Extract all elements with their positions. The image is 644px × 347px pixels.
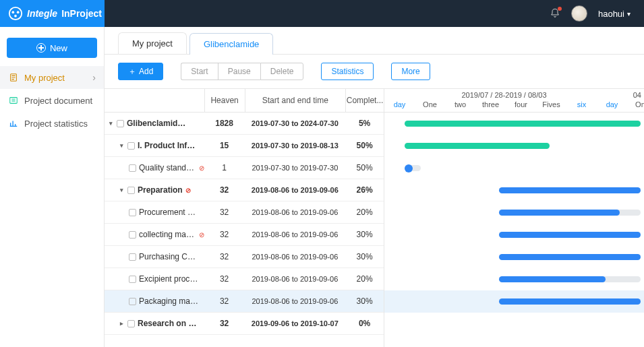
cell-dates: 2019-07-30 to 2019-08-13 [245,135,346,156]
new-button[interactable]: New [7,38,97,58]
row-checkbox[interactable] [127,320,135,327]
sidebar: New My project › Project document Projec… [0,27,105,347]
gantt-bar[interactable] [499,232,641,238]
table-row[interactable]: ▾I. Product Information S...152019-07-30… [105,135,384,157]
gantt-row [384,113,644,135]
cell-complete: 5% [345,113,384,134]
table-row[interactable]: Purchasing Columns a...322019-08-06 to 2… [105,246,384,268]
tab-glibenclamide[interactable]: Glibenclamide [189,33,273,55]
row-checkbox[interactable] [129,164,136,172]
tabs: My project Glibenclamide [105,27,644,55]
add-button[interactable]: ＋ Add [118,63,163,80]
cell-dates: 2019-07-30 to 2019-07-30 [245,157,346,179]
more-button[interactable]: More [391,63,430,80]
cell-heaven: 32 [204,290,245,312]
row-checkbox[interactable] [127,187,135,194]
gantt-bar[interactable] [405,143,550,149]
table-row[interactable]: ▸Research on prescriptio...322019-09-06 … [105,313,384,335]
table-header: Heaven Start and end time Complet... [105,88,384,113]
gantt-row [384,290,644,313]
task-name: Purchasing Columns a... [139,252,200,261]
cell-dates: 2019-08-06 to 2019-09-06 [245,179,346,201]
gantt-day-cell: Fives [536,100,566,112]
expand-icon[interactable]: ▾ [118,187,125,193]
cell-heaven: 1 [204,157,245,179]
task-name: Packaging materials pr... [139,296,200,306]
cell-heaven: 32 [204,246,245,267]
cell-dates: 2019-08-06 to 2019-09-06 [245,224,346,245]
delete-button[interactable]: Delete [260,63,304,80]
cell-dates: 2019-08-06 to 2019-09-06 [245,268,346,290]
gantt-bar[interactable] [499,187,641,193]
cell-complete: 30% [345,290,384,312]
expand-icon[interactable]: ▸ [118,320,125,327]
gantt-row [384,179,644,201]
table-row[interactable]: Packaging materials pr...322019-08-06 to… [105,290,384,313]
row-checkbox[interactable] [129,276,136,283]
task-name: Research on prescriptio... [138,319,198,328]
table-row[interactable]: ▾Glibenclamide-a hypoglyc...18282019-07-… [105,113,384,135]
cell-complete: 26% [345,179,384,201]
th-name [105,89,204,112]
action-button-group: Start Pause Delete [181,63,303,80]
row-checkbox[interactable] [129,298,136,305]
sidebar-item-project-document[interactable]: Project document [0,89,104,112]
plus-icon: ＋ [128,66,136,77]
sidebar-item-project-statistics[interactable]: Project statistics [0,112,104,135]
gantt-day-cell: three [475,100,506,112]
brand-name: Integle [27,8,57,19]
plus-circle-icon [36,43,46,53]
th-dates: Start and end time [245,89,346,112]
row-checkbox[interactable] [129,231,136,239]
gantt-row [384,135,644,157]
add-button-label: Add [139,67,153,76]
svg-rect-5 [10,98,18,104]
brand[interactable]: Integle InProject [0,0,105,27]
gantt-bar[interactable] [499,210,641,216]
avatar[interactable] [571,5,587,22]
task-name: Quality standard [139,163,196,172]
gantt-row [384,268,644,290]
expand-icon[interactable]: ▾ [118,142,125,149]
gantt-row [384,313,644,335]
warning-icon: ⊘ [199,164,204,172]
cell-complete: 0% [345,313,384,334]
table-row[interactable]: collecting materials⊘322019-08-06 to 201… [105,224,384,246]
cell-dates: 2019-09-06 to 2019-10-07 [245,313,346,334]
gantt-bar[interactable] [405,121,641,127]
gantt-bar[interactable] [499,276,641,282]
row-checkbox[interactable] [117,120,124,127]
warning-icon: ⊘ [185,187,191,194]
chart-icon [8,118,19,129]
document-icon [8,72,19,83]
start-button[interactable]: Start [181,63,217,80]
gantt-bar[interactable] [499,254,641,260]
table-row[interactable]: ▾Preparation⊘322019-08-06 to 2019-09-062… [105,179,384,201]
row-checkbox[interactable] [129,253,136,261]
table-row[interactable]: Excipient procurement...322019-08-06 to … [105,268,384,290]
gantt-bar[interactable] [499,298,641,305]
pause-button[interactable]: Pause [218,63,260,80]
sidebar-item-my-project[interactable]: My project › [0,66,104,89]
expand-icon[interactable]: ▾ [107,120,114,127]
cell-complete: 20% [345,201,384,223]
cell-complete: 20% [345,268,384,290]
tab-my-project[interactable]: My project [118,32,187,54]
notifications-button[interactable] [550,8,560,19]
gantt-milestone[interactable] [405,164,413,172]
gantt-day-cell: four [506,100,536,112]
task-name: Excipient procurement... [139,274,200,284]
table-row[interactable]: Procurement of refere...322019-08-06 to … [105,201,384,224]
statistics-button[interactable]: Statistics [321,63,374,80]
cell-heaven: 32 [204,201,245,223]
row-checkbox[interactable] [127,142,135,150]
row-checkbox[interactable] [129,209,136,216]
cell-heaven: 32 [204,313,245,334]
table-row[interactable]: Quality standard⊘12019-07-30 to 2019-07-… [105,157,384,179]
cell-complete: 50% [345,135,384,156]
username-label: haohui [598,9,624,19]
username-menu[interactable]: haohui ▾ [598,9,631,19]
cell-complete: 30% [345,224,384,245]
task-name: collecting materials [139,230,196,239]
task-name: Glibenclamide-a hypoglyc... [127,119,187,128]
